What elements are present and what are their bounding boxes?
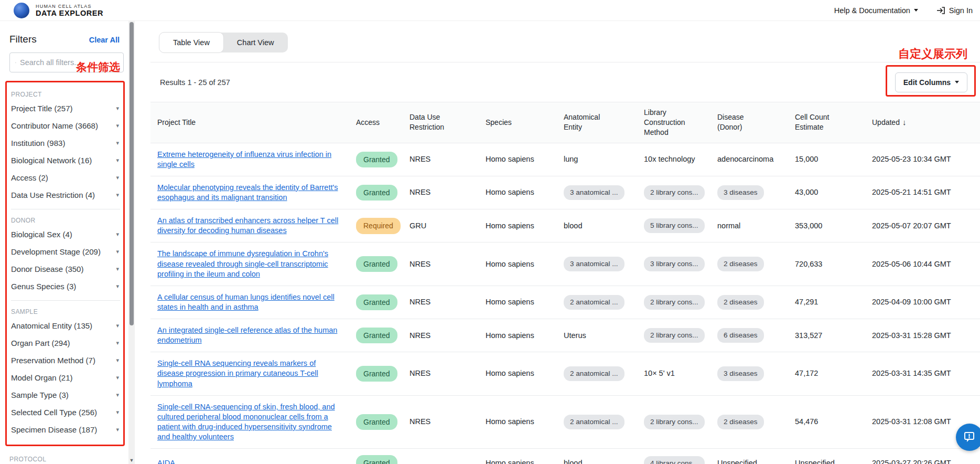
sidebar-scrollbar[interactable]: ▼ <box>128 21 135 464</box>
filter-item[interactable]: Model Organ (21)▾ <box>11 369 120 386</box>
project-title-link[interactable]: An integrated single-cell reference atla… <box>157 326 337 344</box>
section-divider <box>11 209 120 209</box>
library-construction-method-pill: 2 library cons... <box>644 328 705 343</box>
filter-item[interactable]: Access (2)▾ <box>11 169 120 186</box>
library-construction-method-pill: 4 library cons... <box>644 456 705 464</box>
logo[interactable]: HUMAN CELL ATLAS DATA EXPLORER <box>14 3 103 18</box>
table-row: Single-cell RNA-sequencing of skin, fres… <box>150 395 980 449</box>
sign-in-icon <box>936 6 945 15</box>
project-title-link[interactable]: A cellular census of human lungs identif… <box>157 293 335 311</box>
species-value: Homo sapiens <box>486 459 534 464</box>
disease-donor: adenocarcinoma <box>717 155 773 163</box>
data-use-restriction-value: NRES <box>410 260 430 268</box>
column-header-label: Disease (Donor) <box>717 113 744 131</box>
filter-item[interactable]: Specimen Disease (187)▾ <box>11 421 120 438</box>
filter-item[interactable]: Selected Cell Type (256)▾ <box>11 404 120 421</box>
edit-columns-button[interactable]: Edit Columns <box>895 72 967 92</box>
cell-count-value: 43,000 <box>795 188 818 196</box>
updated-value: 2025-05-06 10:44 GMT <box>872 260 951 268</box>
data-use-restriction-value: NRES <box>410 331 430 340</box>
project-title-link[interactable]: The landscape of immune dysregulation in… <box>157 249 328 278</box>
column-header[interactable]: Access <box>356 102 410 143</box>
tab-chart-view[interactable]: Chart View <box>223 33 288 52</box>
annotation-filter-note: 条件筛选 <box>76 60 120 75</box>
app-header: HUMAN CELL ATLAS DATA EXPLORER Help & Do… <box>0 0 980 21</box>
access-badge: Granted <box>356 185 397 201</box>
column-header[interactable]: Anatomical Entity <box>564 102 644 143</box>
column-header[interactable]: Disease (Donor) <box>717 102 795 143</box>
anatomical-entity: lung <box>564 155 578 163</box>
anatomical-entity: blood <box>564 222 582 230</box>
column-header[interactable]: Project Title <box>150 102 356 143</box>
filter-item-label: Development Stage (209) <box>11 247 101 256</box>
chevron-down-icon: ▾ <box>116 157 119 164</box>
hca-globe-icon <box>14 3 29 18</box>
access-badge: Granted <box>356 455 397 464</box>
help-menu-label: Help & Documentation <box>834 6 910 15</box>
filter-item[interactable]: Preservation Method (7)▾ <box>11 352 120 369</box>
filter-item[interactable]: Organ Part (294)▾ <box>11 334 120 352</box>
sign-in-button[interactable]: Sign In <box>936 6 973 15</box>
tab-table-view[interactable]: Table View <box>159 32 224 53</box>
clear-all-link[interactable]: Clear All <box>89 36 120 44</box>
filter-item[interactable]: Development Stage (209)▾ <box>11 243 120 260</box>
filter-section-label: SAMPLE <box>11 308 120 315</box>
species-value: Homo sapiens <box>486 331 534 340</box>
access-badge: Required <box>356 218 401 234</box>
filter-item[interactable]: Genus Species (3)▾ <box>11 278 120 295</box>
edit-columns-label: Edit Columns <box>903 78 951 87</box>
project-title-link[interactable]: Molecular phenotyping reveals the identi… <box>157 183 338 202</box>
filter-item[interactable]: Sample Type (3)▾ <box>11 386 120 404</box>
filter-item[interactable]: Biological Sex (4)▾ <box>11 226 120 243</box>
column-header[interactable]: Data Use Restriction <box>410 102 486 143</box>
column-header[interactable]: Species <box>486 102 564 143</box>
cell-count-value: 15,000 <box>795 155 818 163</box>
filter-item[interactable]: Contributor Name (3668)▾ <box>11 117 120 134</box>
filter-section-label: DONOR <box>11 217 120 224</box>
updated-value: 2025-03-31 12:08 GMT <box>872 417 951 426</box>
chevron-down-icon: ▾ <box>116 392 119 398</box>
project-title-link[interactable]: Extreme heterogeneity of influenza virus… <box>157 150 331 168</box>
filter-sections-boxed: PROJECTProject Title (257)▾Contributor N… <box>11 91 120 438</box>
filter-item-label: Genus Species (3) <box>11 282 76 291</box>
scrollbar-thumb[interactable] <box>130 22 134 325</box>
species-value: Homo sapiens <box>486 417 534 426</box>
project-title-link[interactable]: AIDA <box>157 459 175 464</box>
library-construction-method-pill: 2 library cons... <box>644 415 705 429</box>
column-header-label: Project Title <box>157 118 196 126</box>
project-title-link[interactable]: Single-cell RNA sequencing reveals marke… <box>157 359 318 387</box>
access-badge: Granted <box>356 294 397 310</box>
filter-item[interactable]: Project Title (257)▾ <box>11 100 120 117</box>
project-title-link[interactable]: Single-cell RNA-sequencing of skin, fres… <box>157 403 335 441</box>
feedback-button[interactable] <box>956 424 980 451</box>
annotation-filter-box: PROJECTProject Title (257)▾Contributor N… <box>5 81 125 446</box>
projects-table: Project TitleAccessData Use RestrictionS… <box>150 102 980 464</box>
filter-item[interactable]: Anatomical Entity (135)▾ <box>11 317 120 334</box>
column-header[interactable]: Library Construction Method <box>644 102 717 143</box>
anatomical-entity-pill: 2 anatomical ... <box>564 415 624 429</box>
filter-item[interactable]: Data Use Restriction (4)▾ <box>11 186 120 204</box>
disease-donor-pill: 2 diseases <box>717 415 764 429</box>
anatomical-entity-pill: 3 anatomical ... <box>564 257 624 271</box>
column-header[interactable]: Cell Count Estimate <box>795 102 872 143</box>
anatomical-entity: blood <box>564 459 582 464</box>
help-documentation-menu[interactable]: Help & Documentation <box>834 6 918 15</box>
section-divider <box>11 300 120 301</box>
column-header-label: Species <box>486 118 512 126</box>
disease-donor-pill: 3 diseases <box>717 185 764 200</box>
column-header-label: Anatomical Entity <box>564 113 600 131</box>
scrollbar-down-arrow[interactable]: ▼ <box>128 458 135 463</box>
chevron-down-icon: ▾ <box>116 357 119 364</box>
filter-item[interactable]: Institution (983)▾ <box>11 134 120 152</box>
filter-item-label: Anatomical Entity (135) <box>11 321 92 330</box>
filter-item-label: Specimen Disease (187) <box>11 425 97 434</box>
column-header[interactable]: Updated↓ <box>872 102 980 143</box>
chevron-down-icon <box>914 9 918 12</box>
project-title-link[interactable]: An atlas of transcribed enhancers across… <box>157 216 338 235</box>
sign-in-label: Sign In <box>949 6 973 15</box>
filter-item-label: Contributor Name (3668) <box>11 121 98 130</box>
filter-section-label: PROJECT <box>11 91 120 98</box>
filter-item[interactable]: Donor Disease (350)▾ <box>11 260 120 278</box>
filter-item[interactable]: Biological Network (16)▾ <box>11 152 120 169</box>
chevron-down-icon <box>955 81 959 83</box>
